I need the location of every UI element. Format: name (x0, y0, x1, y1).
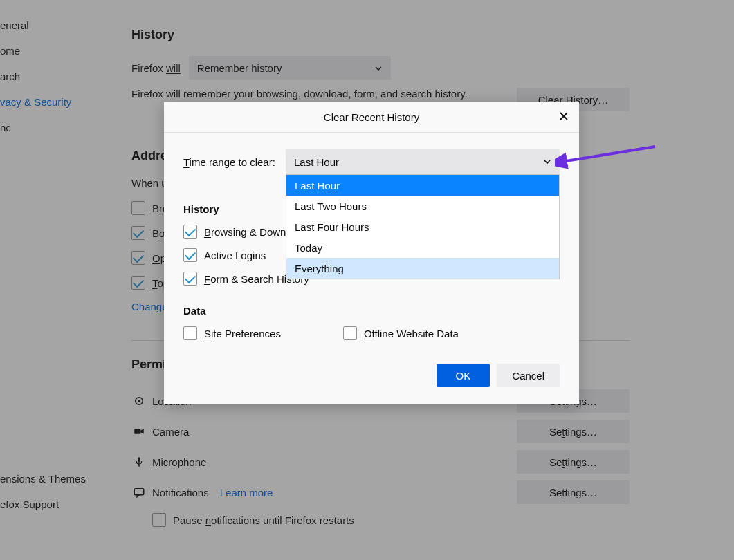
checkbox-active-logins[interactable] (183, 248, 197, 262)
checkbox-offline-data[interactable] (343, 326, 357, 340)
checkbox-browsing-download[interactable] (183, 225, 197, 239)
label-offline-data: Offline Website Data (364, 328, 459, 339)
time-range-label: Time range to clear: (183, 156, 286, 168)
label-site-preferences: Site Preferences (204, 328, 281, 339)
checkbox-form-search[interactable] (183, 272, 197, 286)
dialog-title: Clear Recent History (324, 111, 419, 123)
dropdown-item-last-four-hours[interactable]: Last Four Hours (286, 216, 559, 237)
time-range-dropdown[interactable]: Last Hour Last Hour Last Two Hours Last … (286, 149, 560, 174)
dropdown-item-everything[interactable]: Everything (286, 258, 559, 279)
dialog-header: Clear Recent History (164, 102, 579, 133)
dialog-section-data: Data (183, 305, 560, 317)
label-active-logins: Active Logins (204, 250, 266, 261)
checkbox-site-preferences[interactable] (183, 326, 197, 340)
dropdown-item-last-hour[interactable]: Last Hour (286, 175, 559, 196)
cancel-button[interactable]: Cancel (497, 364, 560, 387)
ok-button[interactable]: OK (437, 364, 490, 387)
clear-history-dialog: Clear Recent History Time range to clear… (164, 102, 579, 404)
time-range-value: Last Hour (294, 156, 339, 168)
close-icon[interactable] (558, 111, 569, 124)
dropdown-item-last-two-hours[interactable]: Last Two Hours (286, 196, 559, 216)
dropdown-item-today[interactable]: Today (286, 237, 559, 258)
chevron-down-icon (543, 158, 551, 166)
time-range-menu: Last Hour Last Two Hours Last Four Hours… (286, 174, 560, 279)
